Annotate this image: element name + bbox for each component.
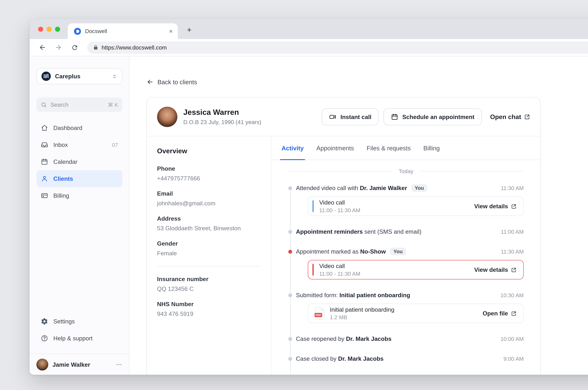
external-link-icon bbox=[524, 114, 530, 120]
back-button-icon[interactable] bbox=[36, 41, 49, 54]
overview-panel: Overview Phone +447975777666 Email johnh… bbox=[147, 136, 271, 375]
patient-header: Jessica Warren D.O.B 23 July, 1990 (41 y… bbox=[147, 98, 540, 136]
overview-field-address: Address 53 Gloddaeth Street, Binweston bbox=[157, 215, 261, 232]
sidebar-item-label: Clients bbox=[53, 175, 73, 182]
credit-card-icon bbox=[41, 192, 48, 199]
tab-files-requests[interactable]: Files & requests bbox=[367, 136, 411, 160]
tab-billing[interactable]: Billing bbox=[423, 136, 440, 160]
sidebar-item-dashboard[interactable]: Dashboard bbox=[37, 119, 122, 136]
calendar-icon bbox=[41, 158, 48, 166]
search-box[interactable]: ⌘ K bbox=[37, 98, 122, 112]
ellipsis-icon[interactable] bbox=[116, 361, 122, 368]
main-content: Back to clients Jessica Warren D.O.B 23 … bbox=[130, 56, 588, 375]
view-details-link[interactable]: View details bbox=[474, 203, 516, 210]
activity-timeline: Today Attended video cal bbox=[288, 160, 524, 375]
workspace-name: Careplus bbox=[55, 73, 107, 80]
external-link-icon bbox=[511, 203, 516, 209]
open-file-link[interactable]: Open file bbox=[483, 310, 516, 317]
app-shell: Careplus ⌘ K bbox=[30, 56, 588, 375]
sidebar-item-billing[interactable]: Billing bbox=[37, 187, 122, 204]
event-card-no-show: Video call 11:00 - 11:30 AM View details bbox=[308, 260, 524, 280]
timeline-event: Attended video call with Dr. Jamie Walke… bbox=[288, 184, 524, 216]
sidebar-item-inbox[interactable]: Inbox 07 bbox=[37, 136, 122, 153]
timeline-dot bbox=[288, 337, 292, 341]
overview-divider bbox=[157, 266, 261, 266]
overview-field-gender: Gender Female bbox=[157, 240, 261, 256]
timeline-event: Case closed by Dr. Mark Jacobs 9:00 AM bbox=[288, 354, 524, 363]
browser-window: Docswell × + https://www.docswell.com bbox=[30, 19, 588, 375]
lock-icon bbox=[93, 45, 98, 50]
you-badge: You bbox=[390, 248, 406, 255]
timeline-dot bbox=[288, 186, 292, 190]
user-name: Jamie Walker bbox=[52, 361, 111, 368]
schedule-label: Schedule an appointment bbox=[402, 113, 474, 120]
maximize-window-button[interactable] bbox=[55, 27, 60, 32]
user-icon bbox=[41, 175, 48, 183]
overview-field-phone: Phone +447975777666 bbox=[157, 165, 261, 182]
event-time: 10:30 AM bbox=[500, 292, 524, 298]
overview-field-email: Email johnhales@gmail.com bbox=[157, 190, 261, 206]
instant-call-label: Instant call bbox=[340, 113, 371, 120]
overview-title: Overview bbox=[157, 147, 261, 155]
traffic-lights bbox=[38, 27, 60, 32]
avatar bbox=[37, 358, 48, 370]
search-icon bbox=[41, 101, 47, 108]
browser-toolbar: https://www.docswell.com bbox=[30, 39, 588, 56]
sidebar-item-label: Calendar bbox=[53, 158, 78, 165]
sidebar-footer-nav: Settings Help & support bbox=[37, 313, 122, 347]
day-divider: Today bbox=[288, 167, 524, 175]
tab-activity[interactable]: Activity bbox=[281, 136, 304, 160]
open-chat-link[interactable]: Open chat bbox=[490, 113, 530, 120]
tab-appointments[interactable]: Appointments bbox=[317, 136, 354, 160]
sidebar-item-help[interactable]: Help & support bbox=[37, 330, 122, 347]
event-text: Case reopened by Dr. Mark Jacobs bbox=[296, 335, 392, 342]
patient-card: Jessica Warren D.O.B 23 July, 1990 (41 y… bbox=[146, 97, 541, 375]
event-time: 9:00 AM bbox=[503, 355, 524, 362]
user-menu[interactable]: Jamie Walker bbox=[30, 353, 129, 375]
workspace-selector[interactable]: Careplus bbox=[37, 68, 122, 84]
address-bar[interactable]: https://www.docswell.com bbox=[87, 41, 588, 53]
event-text: Case closed by Dr. Mark Jacobs bbox=[296, 355, 383, 362]
desktop: Docswell × + https://www.docswell.com bbox=[0, 0, 588, 390]
timeline-dot bbox=[288, 357, 292, 360]
reload-button-icon[interactable] bbox=[68, 41, 81, 54]
patient-avatar bbox=[157, 106, 178, 127]
close-tab-icon[interactable]: × bbox=[169, 28, 173, 34]
sidebar-item-calendar[interactable]: Calendar bbox=[37, 153, 122, 170]
close-window-button[interactable] bbox=[38, 27, 43, 32]
sidebar-item-label: Settings bbox=[53, 318, 75, 325]
event-text: Appointment reminders sent (SMS and emai… bbox=[296, 228, 421, 235]
new-tab-button[interactable]: + bbox=[184, 25, 195, 36]
timeline-dot bbox=[288, 293, 292, 297]
timeline-event: Submitted form: Initial patient onboardi… bbox=[288, 291, 524, 323]
patient-tabs: Activity Appointments Files & requests B… bbox=[271, 136, 540, 160]
back-arrow-icon bbox=[146, 78, 154, 86]
event-time: 11:00 AM bbox=[501, 228, 524, 235]
sidebar-item-settings[interactable]: Settings bbox=[37, 313, 122, 330]
search-input[interactable] bbox=[50, 101, 104, 108]
minimize-window-button[interactable] bbox=[46, 27, 52, 32]
careplus-logo-icon bbox=[41, 71, 51, 81]
overview-field-insurance: Insurance number QQ 123456 C bbox=[157, 276, 261, 292]
browser-tab[interactable]: Docswell × bbox=[68, 23, 178, 39]
back-to-clients-link[interactable]: Back to clients bbox=[146, 78, 197, 86]
search-shortcut: ⌘ K bbox=[108, 101, 118, 108]
timeline-event: Appointment reminders sent (SMS and emai… bbox=[288, 227, 524, 236]
timeline-event: Appointment marked as No-ShowYou 11:30 A… bbox=[288, 247, 524, 280]
sidebar-item-label: Help & support bbox=[53, 335, 92, 342]
view-details-link[interactable]: View details bbox=[474, 266, 516, 273]
patient-dob: D.O.B 23 July, 1990 (41 years) bbox=[183, 119, 261, 125]
external-link-icon bbox=[511, 311, 516, 316]
inbox-icon bbox=[41, 141, 48, 149]
instant-call-button[interactable]: Instant call bbox=[322, 108, 379, 125]
browser-tabstrip: Docswell × + bbox=[30, 19, 588, 39]
event-text: Submitted form: Initial patient onboardi… bbox=[296, 292, 410, 298]
tab-title: Docswell bbox=[85, 28, 165, 34]
schedule-appointment-button[interactable]: Schedule an appointment bbox=[384, 108, 482, 125]
forward-button-icon[interactable] bbox=[52, 41, 65, 54]
svg-text:PDF: PDF bbox=[316, 313, 321, 317]
url-text: https://www.docswell.com bbox=[102, 44, 167, 50]
event-card-video-call: Video call 11:00 - 11:30 AM View details bbox=[308, 196, 524, 216]
sidebar-item-clients[interactable]: Clients bbox=[37, 170, 122, 187]
timeline-event: Patient updated their phone number 8:00 … bbox=[288, 374, 524, 375]
